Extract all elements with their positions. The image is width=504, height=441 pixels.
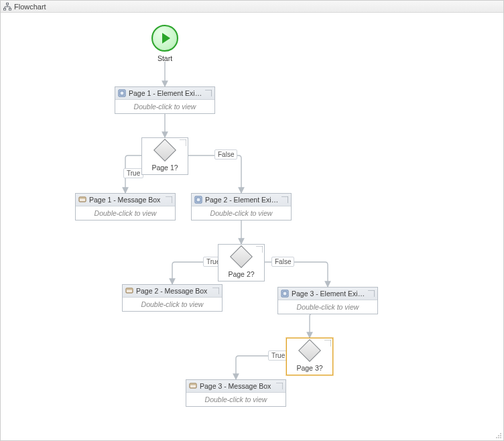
activity-title: Page 3 - Message Box <box>200 382 271 390</box>
activity-header: Page 3 - Message Box <box>186 380 286 393</box>
play-icon <box>151 25 178 52</box>
activity-page2-element-exists[interactable]: Page 2 - Element Exists Double-click to … <box>191 193 292 220</box>
start-label: Start <box>149 54 180 62</box>
svg-rect-0 <box>7 3 9 5</box>
edge-label-true: True <box>123 168 143 178</box>
element-exists-icon <box>281 290 289 298</box>
message-box-icon <box>125 287 133 295</box>
activity-hint: Double-click to view <box>278 300 377 314</box>
activity-header: Page 1 - Element Exists <box>115 87 214 100</box>
expand-icon <box>324 340 331 346</box>
message-box-icon <box>78 196 86 204</box>
window-titlebar: Flowchart <box>1 1 503 13</box>
svg-rect-1 <box>4 9 6 11</box>
decision-shape <box>218 245 264 269</box>
activity-hint: Double-click to view <box>115 100 214 113</box>
decision-label: Page 3? <box>287 363 332 375</box>
activity-hint: Double-click to view <box>192 206 291 220</box>
activity-title: Page 1 - Element Exists <box>129 89 202 97</box>
activity-header: Page 2 - Message Box <box>123 285 222 298</box>
activity-header: Page 1 - Message Box <box>76 194 175 206</box>
activity-page1-message-box[interactable]: Page 1 - Message Box Double-click to vie… <box>75 193 176 220</box>
diamond-icon <box>153 139 176 162</box>
activity-page2-message-box[interactable]: Page 2 - Message Box Double-click to vie… <box>122 284 223 312</box>
activity-title: Page 2 - Element Exists <box>205 196 279 204</box>
activity-page3-message-box[interactable]: Page 3 - Message Box Double-click to vie… <box>186 379 286 407</box>
activity-page1-element-exists[interactable]: Page 1 - Element Exists Double-click to … <box>115 86 215 114</box>
svg-point-15 <box>500 433 501 434</box>
svg-rect-2 <box>9 9 11 11</box>
activity-title: Page 1 - Message Box <box>89 196 160 204</box>
element-exists-icon <box>194 196 202 204</box>
edge-label-false: False <box>214 149 237 160</box>
activity-hint: Double-click to view <box>76 206 175 220</box>
decision-shape <box>142 138 188 162</box>
activity-title: Page 3 - Element Exists <box>292 290 365 298</box>
decision-label: Page 1? <box>142 162 188 174</box>
expand-icon <box>205 90 212 97</box>
flowchart-icon <box>3 3 11 11</box>
activity-header: Page 3 - Element Exists <box>278 288 377 300</box>
svg-point-18 <box>500 437 501 438</box>
expand-icon <box>281 196 288 203</box>
flowchart-canvas[interactable]: True False True False True Start Page 1 … <box>1 13 503 440</box>
svg-rect-10 <box>127 289 133 290</box>
expand-icon <box>180 139 186 146</box>
decision-page1[interactable]: Page 1? <box>141 137 188 175</box>
activity-title: Page 2 - Message Box <box>136 287 207 295</box>
decision-shape <box>287 338 332 363</box>
decision-page2[interactable]: Page 2? <box>218 244 265 281</box>
connectors-layer <box>1 13 504 441</box>
edge-label-true: True <box>268 351 288 361</box>
activity-page3-element-exists[interactable]: Page 3 - Element Exists Double-click to … <box>277 287 378 314</box>
expand-icon <box>276 383 283 389</box>
svg-point-16 <box>500 435 501 436</box>
svg-point-17 <box>498 435 499 436</box>
edge-label-false: False <box>271 257 294 267</box>
diamond-icon <box>230 245 253 268</box>
activity-hint: Double-click to view <box>186 393 286 406</box>
expand-icon <box>368 290 375 297</box>
diamond-icon <box>298 339 321 362</box>
svg-rect-14 <box>190 384 196 385</box>
decision-label: Page 2? <box>218 269 264 281</box>
start-node[interactable]: Start <box>149 25 180 62</box>
resize-grip-icon[interactable] <box>495 432 502 439</box>
expand-icon <box>166 196 172 203</box>
svg-rect-6 <box>80 198 86 199</box>
window-title: Flowchart <box>14 3 46 11</box>
svg-point-20 <box>496 437 497 438</box>
element-exists-icon <box>118 89 126 97</box>
svg-point-19 <box>498 437 499 438</box>
activity-hint: Double-click to view <box>123 298 222 311</box>
decision-page3[interactable]: Page 3? <box>286 338 333 375</box>
message-box-icon <box>189 382 197 390</box>
expand-icon <box>212 288 219 294</box>
expand-icon <box>256 246 263 253</box>
activity-header: Page 2 - Element Exists <box>192 194 291 206</box>
flowchart-designer-window: Flowchart <box>0 0 504 441</box>
